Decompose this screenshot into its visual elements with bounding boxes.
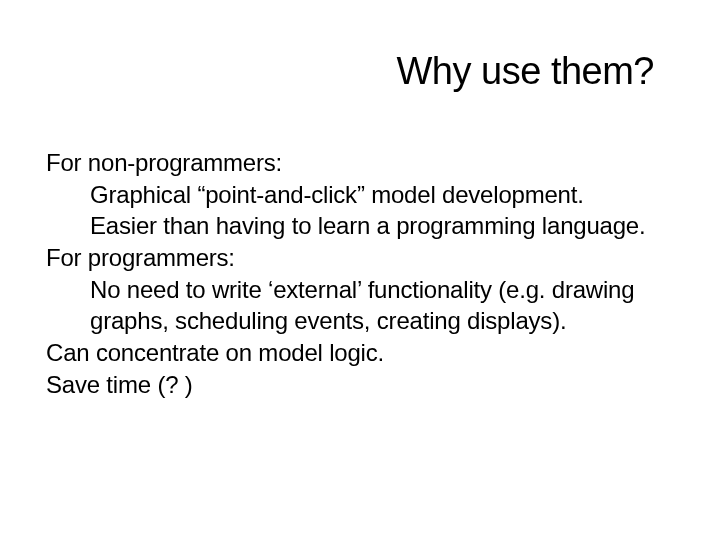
body-line: Graphical “point-and-click” model develo… bbox=[46, 179, 680, 211]
body-line: Save time (? ) bbox=[46, 369, 680, 401]
slide: Why use them? For non-programmers: Graph… bbox=[0, 0, 720, 540]
slide-body: For non-programmers: Graphical “point-an… bbox=[40, 147, 680, 400]
body-line: Easier than having to learn a programmin… bbox=[46, 210, 680, 242]
body-line: graphs, scheduling events, creating disp… bbox=[46, 305, 680, 337]
body-line: For non-programmers: bbox=[46, 147, 680, 179]
slide-title: Why use them? bbox=[40, 50, 680, 93]
body-line: No need to write ‘external’ functionalit… bbox=[46, 274, 680, 306]
body-line: Can concentrate on model logic. bbox=[46, 337, 680, 369]
body-line: For programmers: bbox=[46, 242, 680, 274]
